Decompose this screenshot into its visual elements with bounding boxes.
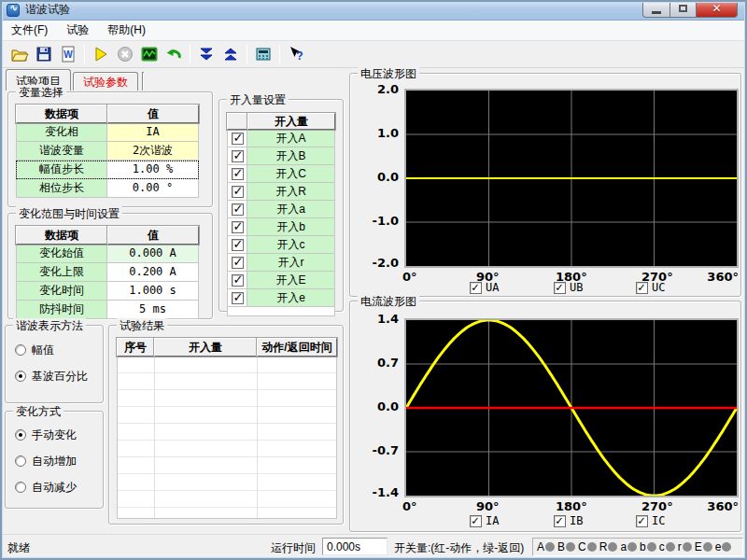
legend-ub[interactable]: UB (554, 281, 583, 294)
row-value[interactable]: 0.000 A (107, 245, 199, 263)
input-checkbox[interactable] (232, 274, 244, 287)
row-value[interactable]: 0.200 A (107, 263, 199, 282)
menu-file[interactable]: 文件(F) (2, 20, 57, 41)
row-value[interactable]: 5 ms (107, 301, 199, 319)
row-value[interactable]: 2次谐波 (107, 142, 199, 161)
group-title: 试验结果 (117, 318, 167, 334)
ic-checkbox[interactable] (636, 515, 648, 527)
input-checkbox[interactable] (232, 150, 244, 162)
group-title: 谐波表示方法 (13, 318, 86, 334)
col-header: 开入量 (247, 113, 335, 130)
group-results: 试验结果 序号 开入量 动作/返回时间 (108, 325, 344, 525)
double-down-arrow-icon (197, 45, 216, 63)
row-label: 相位步长 (16, 179, 107, 198)
row-label: 谐波变量 (16, 142, 107, 161)
maximize-button[interactable] (670, 0, 697, 18)
input-checkbox[interactable] (232, 257, 244, 269)
group-variable-select: 变量选择 数据项 值 变化相 IA 谐波变量 2次谐波 幅值步长 1.00 % … (7, 91, 213, 207)
chart-title: 电流波形图 (358, 294, 419, 310)
input-checkbox[interactable] (232, 292, 244, 304)
ia-checkbox[interactable] (470, 515, 482, 527)
legend-ia[interactable]: IA (470, 514, 499, 527)
radio-manual-change[interactable]: 手动变化 (15, 427, 77, 443)
input-checkbox[interactable] (232, 239, 244, 251)
waveform-window-button[interactable] (137, 43, 162, 66)
menu-help[interactable]: 帮助(H) (98, 20, 155, 41)
table-row-focused: 幅值步长 1.00 % (16, 161, 199, 179)
title-bar[interactable]: 谐波试验 (0, 0, 747, 21)
undo-button[interactable] (162, 43, 186, 66)
table-row: 变化上限 0.200 A (16, 263, 199, 282)
ua-checkbox[interactable] (470, 282, 482, 294)
radio-icon[interactable] (15, 482, 26, 493)
radio-label: 幅值 (32, 343, 54, 357)
row-value[interactable]: 1.00 % (107, 161, 199, 179)
switch-note: 开关量:(红-动作，绿-返回) (394, 540, 524, 556)
radio-label: 自动减少 (32, 481, 77, 494)
col-header: 动作/返回时间 (257, 338, 337, 357)
table-row: 谐波变量 2次谐波 (16, 142, 199, 161)
stop-test-button[interactable] (113, 43, 137, 66)
row-value[interactable]: 0.00 ° (107, 179, 199, 198)
table-row: 变化时间 1.000 s (16, 282, 199, 301)
input-checkbox[interactable] (232, 203, 244, 216)
close-button[interactable]: ✕ (697, 0, 738, 18)
col-header: 开入量 (154, 338, 257, 357)
help-button[interactable]: ? (284, 43, 308, 66)
group-title: 变化方式 (13, 404, 63, 420)
group-current-waveform: 电流波形图 1.4 0.7 0.0 -0.7 -1.4 0° 90° 180° … (349, 301, 741, 532)
legend-ib[interactable]: IB (554, 514, 583, 527)
tab-test-parameters[interactable]: 试验参数 (73, 72, 138, 91)
radio-icon[interactable] (15, 371, 26, 382)
input-label: 开入B (247, 147, 335, 165)
row-value[interactable]: IA (107, 123, 199, 142)
radio-icon[interactable] (15, 344, 26, 356)
legend-ic[interactable]: IC (636, 514, 665, 527)
uc-checkbox[interactable] (636, 282, 648, 294)
radio-icon[interactable] (15, 455, 26, 467)
menu-test[interactable]: 试验 (57, 20, 98, 41)
legend-label: UA (486, 281, 499, 294)
input-checkbox[interactable] (232, 168, 244, 180)
step-down-button[interactable] (194, 43, 218, 66)
y-tick-label: 0.0 (356, 170, 399, 184)
group-change-mode: 变化方式 手动变化 自动增加 自动减少 (5, 411, 104, 509)
x-tick-label: 0° (402, 499, 417, 513)
export-report-button[interactable]: W (56, 43, 80, 66)
radio-fundamental-percent[interactable]: 基波百分比 (15, 369, 88, 385)
radio-auto-decrease[interactable]: 自动减少 (15, 480, 77, 496)
x-tick-label: 270° (641, 499, 673, 513)
ub-checkbox[interactable] (554, 282, 566, 294)
voltage-plot-svg (406, 91, 737, 266)
window-title: 谐波试验 (25, 2, 70, 18)
input-label: 开入A (247, 130, 335, 147)
minimize-button[interactable] (642, 0, 670, 18)
legend-ua[interactable]: UA (470, 281, 499, 294)
indicator-C: C (578, 540, 597, 553)
results-table-body[interactable] (117, 357, 337, 519)
group-harmonic-method: 谐波表示方法 幅值 基波百分比 (5, 325, 104, 403)
indicator-R: R (599, 540, 618, 553)
input-checkbox[interactable] (232, 221, 244, 233)
input-row: 开入A (227, 130, 335, 147)
led-icon (587, 542, 597, 552)
toolbar-separator (279, 45, 280, 63)
radio-auto-increase[interactable]: 自动增加 (15, 454, 77, 469)
input-checkbox[interactable] (232, 186, 244, 198)
legend-label: UB (570, 281, 583, 294)
chart-title: 电压波形图 (358, 66, 419, 82)
indicator-B: B (557, 540, 575, 553)
save-button[interactable] (32, 43, 56, 66)
open-button[interactable] (7, 43, 32, 66)
y-tick-label: 2.0 (356, 82, 399, 96)
radio-amplitude[interactable]: 幅值 (15, 343, 54, 358)
ib-checkbox[interactable] (554, 515, 566, 527)
legend-uc[interactable]: UC (636, 281, 665, 294)
radio-icon[interactable] (15, 429, 26, 441)
calculator-button[interactable] (251, 43, 275, 66)
start-test-button[interactable] (89, 43, 113, 66)
row-value[interactable]: 1.000 s (107, 282, 199, 301)
legend-label: IC (652, 514, 665, 527)
step-up-button[interactable] (218, 43, 243, 66)
input-checkbox[interactable] (232, 133, 244, 145)
